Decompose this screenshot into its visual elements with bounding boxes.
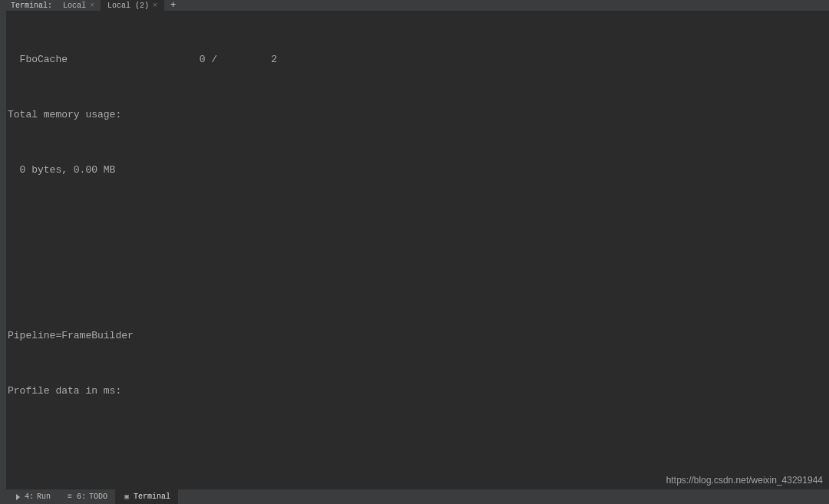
play-icon (14, 493, 21, 501)
output-line (8, 272, 824, 290)
bottom-toolbar: 4: Run 6: TODO Terminal (6, 489, 829, 504)
tab-local[interactable]: Local × (57, 0, 101, 11)
output-line: Profile data in ms: (8, 382, 824, 400)
terminal-output[interactable]: FboCache 0 / 2 Total memory usage: 0 byt… (8, 14, 824, 489)
output-line (8, 216, 824, 235)
left-gutter (0, 0, 6, 504)
tool-label: TODO (89, 492, 107, 501)
run-tool-button[interactable]: 4: Run (6, 489, 58, 505)
add-tab-button[interactable]: + (164, 0, 182, 11)
tool-num: 4: (25, 492, 34, 501)
terminal-tool-button[interactable]: Terminal (115, 489, 178, 505)
close-icon[interactable]: × (153, 2, 157, 10)
tool-label: Run (37, 492, 51, 501)
terminal-tabs-bar: Terminal: Local × Local (2) × + (6, 0, 829, 11)
tab-label: Local (63, 2, 86, 10)
output-line: Total memory usage: (8, 106, 824, 124)
output-line: FboCache 0 / 2 (8, 51, 824, 69)
tab-local-2[interactable]: Local (2) × (101, 0, 164, 11)
terminal-icon (123, 493, 130, 501)
output-line: 0 bytes, 0.00 MB (8, 161, 824, 180)
todo-tool-button[interactable]: 6: TODO (58, 489, 115, 505)
close-icon[interactable]: × (90, 2, 94, 10)
tool-num: 6: (77, 492, 86, 501)
tab-label: Local (2) (107, 2, 149, 10)
terminal-title: Terminal: (6, 2, 57, 10)
output-line (8, 437, 824, 456)
watermark: https://blog.csdn.net/weixin_43291944 (666, 475, 823, 486)
list-icon (66, 493, 74, 501)
tool-label: Terminal (134, 492, 170, 501)
output-line: Pipeline=FrameBuilder (8, 327, 824, 345)
